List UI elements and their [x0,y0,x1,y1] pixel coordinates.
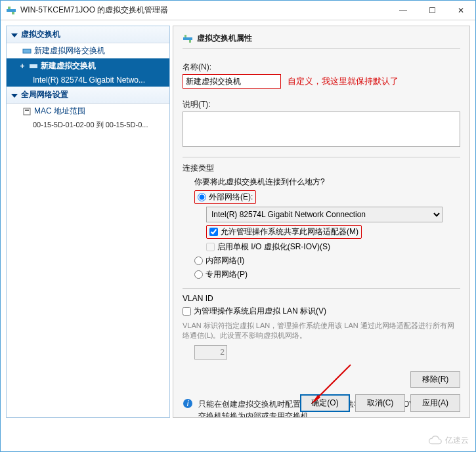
watermark: 亿速云 [428,433,469,447]
radio-private[interactable] [194,270,203,279]
tree-item-mac-range[interactable]: MAC 地址范围 [7,104,169,119]
radio-private-label: 专用网络(P) [206,269,248,280]
cloud-icon [428,433,443,447]
nic-select[interactable]: Intel(R) 82574L Gigabit Network Connecti… [206,207,443,222]
vlan-title: VLAN ID [183,294,460,303]
tree-item-selected[interactable]: + 新建虚拟交换机 [7,58,169,73]
collapse-icon [11,31,18,39]
info-icon: i [183,398,193,409]
svg-rect-7 [24,108,30,115]
svg-rect-5 [30,64,37,68]
tree-header-vswitch[interactable]: 虚拟交换机 [7,26,169,43]
properties-pane: 虚拟交换机属性 名称(N): 自定义，我这里就保持默认了 说明(T): 连接类型… [173,26,470,418]
dialog-footer: 确定(O) 取消(C) 应用(A) [300,394,460,412]
minimize-button[interactable]: — [389,1,418,20]
check-allow-mgmt[interactable] [209,228,218,236]
svg-rect-1 [8,7,11,9]
svg-marker-6 [11,94,18,98]
vlan-id-input[interactable] [194,345,227,360]
remove-button[interactable]: 移除(R) [410,371,460,388]
mac-icon [22,107,32,116]
tree-header-global[interactable]: 全局网络设置 [7,87,169,104]
radio-internal-label: 内部网络(I) [206,255,244,266]
check-vlan-label: 为管理操作系统启用虚拟 LAN 标识(V) [194,306,326,317]
apply-button[interactable]: 应用(A) [410,394,460,412]
svg-rect-8 [25,110,29,111]
svg-rect-2 [12,12,14,14]
switch-icon [29,62,38,71]
highlight-external: 外部网络(E): [194,190,256,204]
tree-header-label: 全局网络设置 [21,89,68,100]
check-sriov-label: 启用单根 I/O 虚拟化(SR-IOV)(S) [217,241,330,253]
svg-rect-11 [189,40,191,43]
conn-title: 连接类型 [183,163,460,174]
titlebar: WIN-5TKCEM71JOO 的虚拟交换机管理器 — ☐ ✕ [1,1,475,20]
collapse-icon [11,91,18,99]
svg-rect-0 [7,9,16,12]
tree-item-nic[interactable]: Intel(R) 82574L Gigabit Netwo... [7,73,169,87]
new-switch-icon [22,47,32,56]
annotation-text: 自定义，我这里就保持默认了 [288,75,399,87]
radio-external-label: 外部网络(E): [209,192,253,203]
svg-text:i: i [187,399,189,408]
maximize-button[interactable]: ☐ [418,1,446,20]
window-title: WIN-5TKCEM71JOO 的虚拟交换机管理器 [20,5,389,16]
conn-question: 你要将此虚拟交换机连接到什么地方? [194,176,460,188]
panel-title: 虚拟交换机属性 [197,33,252,44]
expand-icon: + [18,62,26,71]
close-button[interactable]: ✕ [446,1,475,20]
radio-internal[interactable] [194,257,203,265]
svg-rect-9 [183,37,192,40]
cancel-button[interactable]: 取消(C) [355,394,405,412]
name-input[interactable] [183,74,281,89]
highlight-allow-mgmt: 允许管理操作系统共享此网络适配器(M) [206,225,362,239]
check-allow-mgmt-label: 允许管理操作系统共享此网络适配器(M) [221,226,358,237]
svg-rect-10 [184,35,186,37]
vlan-desc: VLAN 标识符指定虚拟 LAN，管理操作系统使用该 LAN 通过此网络适配器进… [183,321,460,341]
check-sriov[interactable] [206,243,215,251]
desc-label: 说明(T): [183,99,460,110]
tree-pane: 虚拟交换机 新建虚拟网络交换机 + 新建虚拟交换机 Intel(R) 82574… [6,26,170,418]
radio-external[interactable] [198,193,206,201]
check-vlan[interactable] [183,307,191,316]
tree-item-mac-detail: 00-15-5D-01-02-00 到 00-15-5D-0... [7,119,169,131]
ok-button[interactable]: 确定(O) [300,394,350,412]
desc-textarea[interactable] [183,112,460,147]
name-label: 名称(N): [183,62,460,73]
switch-icon [183,33,193,44]
panel-title-row: 虚拟交换机属性 [183,33,460,49]
svg-marker-3 [11,33,18,37]
tree-item-new-vswitch[interactable]: 新建虚拟网络交换机 [7,43,169,58]
tree-header-label: 虚拟交换机 [21,29,60,40]
vswitch-manager-icon [6,5,16,16]
svg-rect-4 [23,49,31,53]
